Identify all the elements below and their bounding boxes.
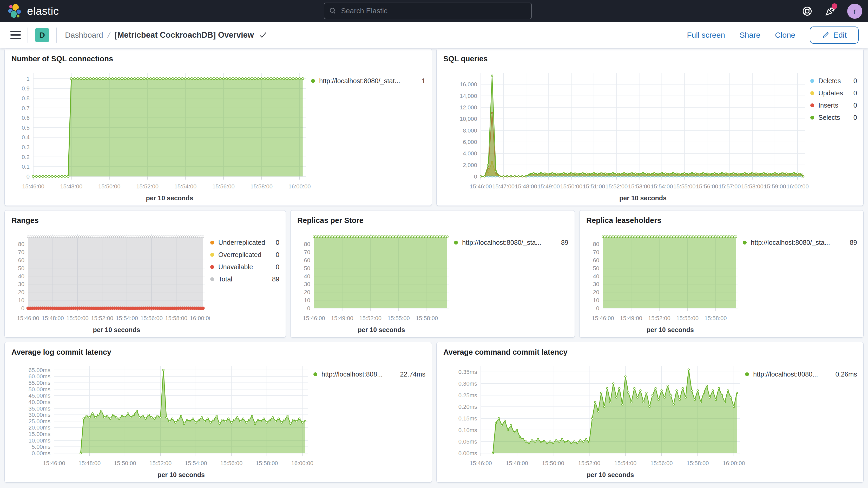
svg-text:1: 1 <box>27 75 30 82</box>
legend-item[interactable]: Deletes0 <box>810 75 858 87</box>
svg-text:0.6: 0.6 <box>22 115 30 121</box>
legend-value: 0 <box>854 114 857 121</box>
svg-text:55.00ms: 55.00ms <box>29 379 51 386</box>
svg-text:15:46:00: 15:46:00 <box>592 315 614 322</box>
svg-text:2,000: 2,000 <box>463 162 477 169</box>
legend-item[interactable]: http://localhost:808...22.74ms <box>313 368 426 380</box>
svg-text:30: 30 <box>304 281 310 287</box>
legend-label: http://localhost:808... <box>321 370 396 378</box>
legend-label: http://localhost:8080/_stat... <box>319 77 417 85</box>
legend-item[interactable]: http://localhost:8080/_sta...89 <box>742 237 858 249</box>
svg-text:16:00:00: 16:00:00 <box>190 315 210 322</box>
svg-text:15:50:00: 15:50:00 <box>66 315 89 322</box>
legend-item[interactable]: Updates0 <box>810 87 858 99</box>
panel-sql-queries: SQL queries 02,0004,0006,0008,00010,0001… <box>436 49 864 206</box>
svg-text:8,000: 8,000 <box>463 127 477 134</box>
legend-item[interactable]: http://localhost:8080...0.26ms <box>745 368 858 380</box>
legend-label: Selects <box>818 114 849 121</box>
legend-item[interactable]: Inserts0 <box>810 99 858 112</box>
svg-text:20: 20 <box>18 289 24 296</box>
elastic-logo[interactable]: elastic <box>7 3 59 19</box>
svg-text:15:50:00: 15:50:00 <box>114 460 136 466</box>
svg-text:0.5: 0.5 <box>22 124 30 131</box>
svg-text:0.30ms: 0.30ms <box>458 380 477 387</box>
legend-item[interactable]: Total89 <box>210 273 280 285</box>
svg-text:15:56:00: 15:56:00 <box>212 183 235 190</box>
breadcrumb-dashboard[interactable]: Dashboard <box>65 31 103 39</box>
legend-label: Updates <box>818 89 849 97</box>
svg-text:15:48:00: 15:48:00 <box>60 183 83 190</box>
svg-text:15.00ms: 15.00ms <box>29 431 51 437</box>
share-button[interactable]: Share <box>740 31 761 39</box>
svg-text:20: 20 <box>304 289 310 296</box>
check-icon[interactable] <box>258 31 268 39</box>
svg-text:15:58:00: 15:58:00 <box>250 183 273 190</box>
panel-title: Replicas per Store <box>297 216 364 225</box>
svg-text:50: 50 <box>18 265 24 272</box>
svg-text:15:55:00: 15:55:00 <box>673 183 696 190</box>
clone-button[interactable]: Clone <box>775 31 795 39</box>
edit-button[interactable]: Edit <box>810 27 859 44</box>
command-commit-latency-chart[interactable]: 0.00ms0.05ms0.10ms0.15ms0.20ms0.25ms0.30… <box>439 360 745 479</box>
svg-text:15:48:00: 15:48:00 <box>515 183 537 190</box>
sql-connections-chart[interactable]: 00.10.20.30.40.50.60.70.80.9115:46:0015:… <box>7 67 311 203</box>
svg-text:16:00:00: 16:00:00 <box>786 183 809 190</box>
legend-item[interactable]: http://localhost:8080/_sta...89 <box>454 237 569 249</box>
chart-legend: http://localhost:8080/_stat...1 <box>311 67 428 203</box>
svg-text:10: 10 <box>593 297 599 304</box>
legend-dot <box>313 372 317 376</box>
svg-text:6,000: 6,000 <box>463 139 477 145</box>
panel-title: Average log commit latency <box>11 348 111 357</box>
svg-text:0.3: 0.3 <box>22 144 30 150</box>
replica-leaseholders-chart[interactable]: 0102030405060708015:46:0015:49:0015:52:0… <box>582 229 742 334</box>
svg-text:15:52:00: 15:52:00 <box>648 315 671 322</box>
replicas-per-store-chart[interactable]: 0102030405060708015:46:0015:49:0015:52:0… <box>293 229 454 334</box>
panel-title: Ranges <box>11 216 39 225</box>
svg-text:15:54:00: 15:54:00 <box>651 183 673 190</box>
svg-text:0.00ms: 0.00ms <box>32 450 51 457</box>
svg-text:15:46:00: 15:46:00 <box>470 460 492 466</box>
svg-text:15:57:00: 15:57:00 <box>719 183 741 190</box>
pencil-icon <box>822 31 830 39</box>
svg-text:15:58:00: 15:58:00 <box>416 315 438 322</box>
svg-text:65.00ms: 65.00ms <box>29 367 51 373</box>
svg-text:per 10 seconds: per 10 seconds <box>619 194 666 202</box>
news-icon[interactable] <box>824 5 836 17</box>
legend-item[interactable]: Selects0 <box>810 112 858 124</box>
help-icon[interactable] <box>802 5 813 17</box>
svg-text:15:49:00: 15:49:00 <box>331 315 353 322</box>
legend-item[interactable]: Unavailable0 <box>210 261 280 273</box>
svg-text:per 10 seconds: per 10 seconds <box>647 326 694 333</box>
panel-ranges: Ranges 0102030405060708015:46:0015:48:00… <box>4 210 286 338</box>
sql-queries-chart[interactable]: 02,0004,0006,0008,00010,00012,00014,0001… <box>439 67 810 203</box>
ranges-chart[interactable]: 0102030405060708015:46:0015:48:0015:50:0… <box>7 229 210 334</box>
svg-text:per 10 seconds: per 10 seconds <box>587 471 634 478</box>
svg-text:40.00ms: 40.00ms <box>29 399 51 405</box>
panel-command-commit-latency: Average command commit latency 0.00ms0.0… <box>436 342 864 483</box>
log-commit-latency-chart[interactable]: 0.00ms5.00ms10.00ms15.00ms20.00ms25.00ms… <box>7 360 313 479</box>
legend-item[interactable]: Underreplicated0 <box>210 237 280 249</box>
header-icons: r <box>802 0 862 22</box>
panel-sql-connections: Number of SQL connections 00.10.20.30.40… <box>4 49 432 206</box>
legend-item[interactable]: Overreplicated0 <box>210 249 280 261</box>
svg-text:15:50:00: 15:50:00 <box>560 183 582 190</box>
svg-text:15:56:00: 15:56:00 <box>220 460 243 466</box>
full-screen-button[interactable]: Full screen <box>687 31 725 39</box>
search-input[interactable] <box>340 6 527 15</box>
svg-text:15:50:00: 15:50:00 <box>98 183 121 190</box>
edit-label: Edit <box>833 31 847 39</box>
legend-dot <box>210 265 214 269</box>
legend-value: 22.74ms <box>400 370 426 378</box>
legend-dot <box>810 91 814 95</box>
svg-text:80: 80 <box>304 241 310 247</box>
space-badge[interactable]: D <box>35 28 50 42</box>
avatar-letter: r <box>854 7 856 16</box>
user-avatar[interactable]: r <box>847 4 862 19</box>
chart-legend: http://localhost:808...22.74ms <box>313 360 428 479</box>
legend-item[interactable]: http://localhost:8080/_stat...1 <box>311 75 426 87</box>
global-search[interactable] <box>324 3 532 19</box>
top-header: elastic <box>0 0 868 22</box>
svg-text:0: 0 <box>474 173 477 180</box>
menu-icon[interactable] <box>10 31 21 39</box>
svg-text:15:49:00: 15:49:00 <box>620 315 643 322</box>
